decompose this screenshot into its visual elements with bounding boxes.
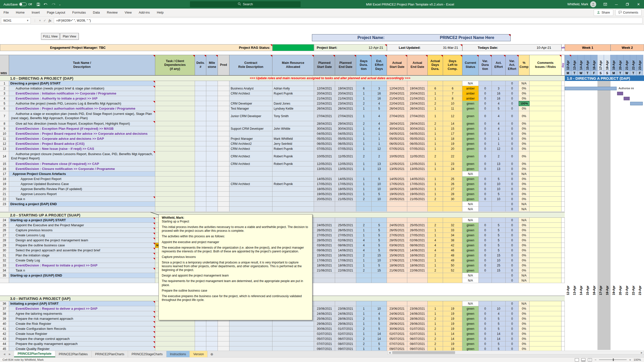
as-cell[interactable]: 27/05/2021 (387, 233, 407, 238)
column-header-pred[interactable]: Pred (218, 55, 229, 75)
va-cell[interactable]: 0 (506, 207, 519, 212)
deliv-cell[interactable] (195, 197, 206, 202)
task-cell[interactable]: Event/Decision : Exception Plan Request … (9, 126, 155, 131)
res-cell[interactable]: Rupert Pupnik (272, 91, 314, 96)
task-cell[interactable]: Prepare the change control approach (9, 336, 155, 341)
com-cell[interactable] (530, 301, 561, 306)
va-cell[interactable]: 0 (506, 326, 519, 331)
ac-cell[interactable]: 1 (492, 131, 506, 136)
pe-cell[interactable]: 21/04/2021 (335, 96, 356, 101)
tab-scroll-right-icon[interactable]: ▶ (9, 353, 11, 355)
ae-cell[interactable]: 19/04/2021 (407, 86, 428, 91)
va-cell[interactable]: 0 (506, 253, 519, 258)
va-cell[interactable]: 0 (506, 336, 519, 341)
st-cell[interactable]: green (462, 151, 479, 161)
day-cell[interactable] (561, 176, 565, 182)
res-cell[interactable] (272, 192, 314, 197)
st-cell[interactable]: green (462, 316, 479, 321)
deliv-cell[interactable] (195, 166, 206, 171)
pred-cell[interactable] (218, 321, 229, 326)
vd-cell[interactable]: 0 (479, 321, 492, 326)
ac-cell[interactable] (492, 301, 506, 306)
pe-cell[interactable]: 12/05/2021 (335, 161, 356, 166)
day-cell[interactable] (561, 81, 565, 86)
ad-cell[interactable]: 1 (428, 311, 443, 316)
d-cell[interactable]: 1 (356, 166, 372, 171)
vd-cell[interactable]: 0 (479, 136, 492, 141)
task-cell[interactable]: Appoint the Executive and the Project Ma… (9, 223, 155, 228)
d-cell[interactable] (356, 81, 372, 86)
e-cell[interactable]: 14 (372, 336, 387, 341)
st-cell[interactable]: green (462, 336, 479, 341)
ps-cell[interactable]: 30/06/2021 (314, 326, 335, 331)
d-cell[interactable]: 4 (356, 248, 372, 253)
ps-cell[interactable]: 19/05/2021 (314, 192, 335, 197)
task-cell[interactable]: Authorise the project (needs PID, Lesson… (9, 101, 155, 106)
wbs-cell[interactable]: 35 (0, 273, 9, 278)
wbs-cell[interactable]: 15 (0, 161, 9, 166)
vd-cell[interactable] (479, 81, 492, 86)
ribbon-tab-review[interactable]: Review (103, 9, 121, 17)
ad-cell[interactable]: 2 (428, 151, 443, 161)
vd-cell[interactable]: 0 (479, 131, 492, 136)
as-cell[interactable] (387, 273, 407, 278)
as-cell[interactable]: 06/05/2021 (387, 141, 407, 146)
mile-cell[interactable] (206, 326, 218, 331)
task-cell[interactable]: Prepare the outline business case (9, 243, 155, 248)
as-cell[interactable] (387, 171, 407, 176)
com-cell[interactable] (530, 341, 561, 346)
as-cell[interactable]: 15/06/2021 (387, 253, 407, 258)
wbs-cell[interactable]: 27 (0, 233, 9, 238)
st-cell[interactable]: green (462, 111, 479, 121)
vd-cell[interactable]: 0 (479, 101, 492, 106)
mile-cell[interactable] (206, 146, 218, 151)
com-cell[interactable] (530, 141, 561, 146)
deliv-cell[interactable] (195, 346, 206, 351)
mile-cell[interactable] (206, 111, 218, 121)
pred-cell[interactable] (218, 101, 229, 106)
res-cell[interactable]: David Jones (272, 101, 314, 106)
pc-cell[interactable]: 0% (519, 341, 530, 346)
mile-cell[interactable] (206, 336, 218, 341)
e-cell[interactable]: 5 (372, 243, 387, 248)
d-cell[interactable] (356, 273, 372, 278)
wbs-cell[interactable]: 14 (0, 151, 9, 161)
e-cell[interactable]: 4 (372, 111, 387, 121)
pe-cell[interactable]: 29/06/2021 (335, 321, 356, 326)
ps-cell[interactable]: 09/06/2021 (314, 248, 335, 253)
dl-cell[interactable] (443, 278, 462, 283)
vd-cell[interactable]: 0 (479, 243, 492, 248)
pred-cell[interactable] (218, 136, 229, 141)
ae-cell[interactable]: 02/06/2021 (407, 238, 428, 243)
pred-cell[interactable] (218, 96, 229, 101)
st-cell[interactable]: N/A (462, 218, 479, 223)
gantt-bar[interactable] (565, 87, 617, 90)
task-cell[interactable]: Create Lessons Log (9, 233, 155, 238)
mile-cell[interactable] (206, 161, 218, 166)
ac-cell[interactable]: 5 (492, 346, 506, 351)
d-cell[interactable]: 1 (356, 182, 372, 187)
plan-view-button[interactable]: Plan View (60, 33, 79, 40)
gantt-bar[interactable] (630, 102, 643, 105)
ac-cell[interactable]: 5 (492, 248, 506, 253)
ac-cell[interactable] (492, 278, 506, 283)
dl-cell[interactable]: 19 (443, 321, 462, 326)
column-header-ad[interactable]: Actual Days Dura. (428, 55, 443, 75)
com-cell[interactable] (530, 111, 561, 121)
ps-cell[interactable] (314, 81, 335, 86)
va-cell[interactable]: 0 (506, 306, 519, 311)
e-cell[interactable]: 12 (372, 146, 387, 151)
com-cell[interactable] (530, 331, 561, 336)
day-cell[interactable] (561, 228, 565, 233)
ad-cell[interactable] (428, 207, 443, 212)
gantt-date-column[interactable]: 17-AprS (597, 55, 604, 75)
wbs-cell[interactable]: 3 (0, 91, 9, 96)
vd-cell[interactable] (479, 207, 492, 212)
dep-cell[interactable] (155, 111, 195, 121)
vd-cell[interactable]: 0 (479, 197, 492, 202)
vd-cell[interactable]: 0 (479, 151, 492, 161)
e-cell[interactable] (372, 301, 387, 306)
as-cell[interactable]: 26/05/2021 (387, 228, 407, 233)
day-cell[interactable] (561, 166, 565, 171)
ac-cell[interactable]: 10 (492, 187, 506, 192)
